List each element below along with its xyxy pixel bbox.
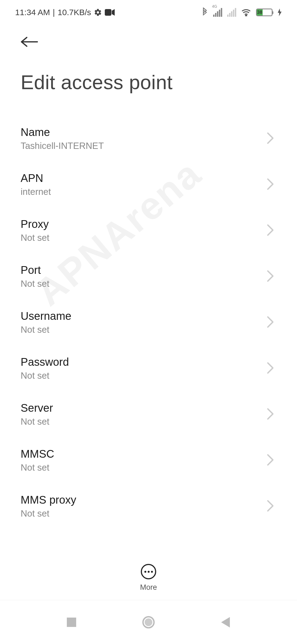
bluetooth-icon <box>202 7 208 17</box>
svg-point-2 <box>246 15 247 16</box>
chevron-right-icon <box>266 362 274 375</box>
setting-row-port[interactable]: PortNot set <box>21 253 276 299</box>
setting-value: Tashicell-INTERNET <box>21 141 266 151</box>
setting-label: Proxy <box>21 218 266 230</box>
svg-marker-3 <box>278 9 282 16</box>
chevron-right-icon <box>266 178 274 191</box>
setting-row-mmsc[interactable]: MMSCNot set <box>21 437 276 483</box>
setting-row-password[interactable]: PasswordNot set <box>21 345 276 391</box>
battery-icon: 38 <box>256 9 273 16</box>
square-icon <box>67 618 76 627</box>
video-camera-icon <box>105 9 115 16</box>
nav-recents-button[interactable] <box>63 614 80 631</box>
chevron-right-icon <box>266 224 274 237</box>
setting-label: Port <box>21 264 266 276</box>
wifi-icon <box>241 9 251 16</box>
setting-label: MMSC <box>21 448 266 460</box>
circle-icon <box>142 616 155 629</box>
chevron-right-icon <box>266 316 274 329</box>
more-label: More <box>140 583 157 592</box>
setting-label: MMS proxy <box>21 494 266 506</box>
setting-label: Name <box>21 126 266 138</box>
setting-label: Server <box>21 402 266 414</box>
setting-row-name[interactable]: NameTashicell-INTERNET <box>21 116 276 162</box>
setting-label: Username <box>21 310 266 322</box>
chevron-right-icon <box>266 270 274 283</box>
nav-home-button[interactable] <box>140 614 157 631</box>
back-button[interactable] <box>21 36 38 49</box>
charging-bolt-icon <box>277 9 282 16</box>
status-separator: | <box>53 8 55 17</box>
svg-marker-1 <box>112 9 115 16</box>
gear-icon <box>94 8 102 17</box>
setting-value: internet <box>21 187 266 197</box>
setting-value: Not set <box>21 508 266 519</box>
settings-list: NameTashicell-INTERNETAPNinternetProxyNo… <box>0 116 297 529</box>
svg-rect-0 <box>105 9 111 16</box>
setting-value: Not set <box>21 324 266 335</box>
setting-row-proxy[interactable]: ProxyNot set <box>21 208 276 253</box>
setting-row-mms-proxy[interactable]: MMS proxyNot set <box>21 483 276 529</box>
setting-row-apn[interactable]: APNinternet <box>21 162 276 208</box>
svg-rect-5 <box>67 618 76 627</box>
more-button[interactable]: More <box>0 559 297 592</box>
signal-strength-icon <box>213 8 222 17</box>
status-net-speed: 10.7KB/s <box>58 8 91 17</box>
chevron-right-icon <box>266 454 274 467</box>
status-time: 11:34 AM <box>15 8 50 17</box>
system-nav-bar <box>0 600 297 644</box>
setting-row-server[interactable]: ServerNot set <box>21 391 276 437</box>
network-type-label: 4G <box>212 4 217 9</box>
svg-marker-8 <box>221 617 230 627</box>
signal-strength-sim2-icon <box>227 8 236 17</box>
setting-value: Not set <box>21 233 266 243</box>
triangle-back-icon <box>221 617 230 627</box>
chevron-right-icon <box>266 408 274 421</box>
setting-value: Not set <box>21 416 266 427</box>
battery-percent: 38 <box>257 9 263 15</box>
svg-point-7 <box>145 618 152 626</box>
nav-back-button[interactable] <box>217 614 234 631</box>
setting-label: APN <box>21 172 266 184</box>
more-menu-icon <box>141 564 156 579</box>
status-bar: 11:34 AM | 10.7KB/s 4G <box>0 0 297 25</box>
setting-value: Not set <box>21 370 266 381</box>
setting-label: Password <box>21 356 266 368</box>
setting-row-username[interactable]: UsernameNot set <box>21 299 276 345</box>
setting-value: Not set <box>21 462 266 473</box>
chevron-right-icon <box>266 132 274 145</box>
back-arrow-icon <box>21 36 38 48</box>
page-title: Edit access point <box>0 54 297 116</box>
chevron-right-icon <box>266 500 274 513</box>
setting-value: Not set <box>21 279 266 289</box>
